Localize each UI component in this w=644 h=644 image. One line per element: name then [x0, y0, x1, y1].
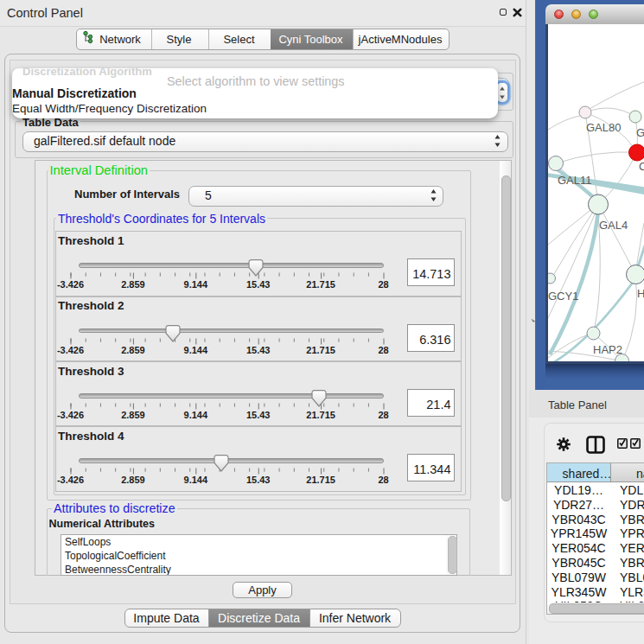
- svg-text:GAL4: GAL4: [599, 219, 628, 232]
- svg-text:GA: GA: [636, 126, 644, 139]
- svg-text:GAL11: GAL11: [558, 174, 592, 187]
- svg-text:GCY1: GCY1: [548, 290, 578, 303]
- svg-text:GAL80: GAL80: [586, 121, 621, 134]
- svg-text:HA: HA: [637, 287, 644, 300]
- svg-text:HAP2: HAP2: [593, 343, 622, 356]
- svg-text:CY: CY: [639, 160, 644, 173]
